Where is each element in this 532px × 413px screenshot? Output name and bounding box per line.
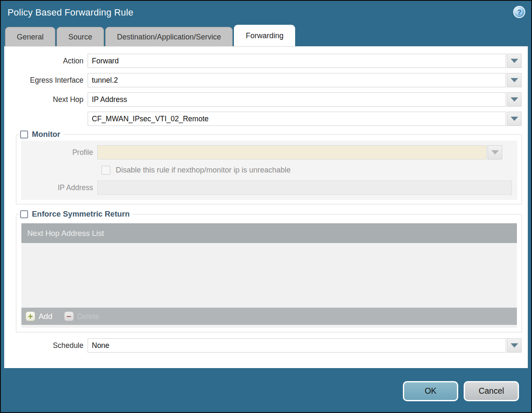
enforce-symmetric-return-legend: Enforce Symmetric Return	[19, 209, 132, 219]
next-hop-address-input[interactable]	[88, 112, 506, 126]
forwarding-tab-panel: Action Egress Interface Next Hop Moni	[4, 46, 528, 368]
next-hop-dropdown-button[interactable]	[507, 92, 522, 107]
monitor-fieldset: Monitor Profile Disable this rule if nex…	[16, 130, 522, 204]
dialog-button-bar: OK Cancel	[1, 370, 531, 412]
egress-interface-input[interactable]	[88, 73, 506, 87]
tab-destination-application-service[interactable]: Destination/Application/Service	[105, 27, 233, 46]
tab-bar: General Source Destination/Application/S…	[1, 24, 531, 46]
next-hop-type-input[interactable]	[88, 92, 506, 107]
delete-button: − Delete	[64, 311, 99, 321]
profile-dropdown-button	[488, 145, 502, 159]
dialog-titlebar: Policy Based Forwarding Rule	[1, 1, 531, 24]
profile-row: Profile	[21, 145, 517, 159]
schedule-row: Schedule	[4, 338, 522, 353]
action-dropdown-button[interactable]	[507, 54, 522, 68]
dialog-title: Policy Based Forwarding Rule	[8, 7, 133, 18]
monitor-panel: Profile Disable this rule if nexthop/mon…	[21, 141, 517, 200]
action-label: Action	[4, 57, 88, 65]
chevron-down-icon	[491, 150, 499, 154]
next-hop-address-dropdown-button[interactable]	[507, 112, 522, 126]
next-hop-row: Next Hop	[4, 92, 522, 107]
schedule-input[interactable]	[88, 338, 506, 353]
egress-interface-label: Egress Interface	[4, 76, 88, 85]
schedule-label: Schedule	[4, 341, 88, 350]
egress-interface-row: Egress Interface	[4, 73, 522, 87]
action-row: Action	[4, 54, 522, 68]
enforce-symmetric-return-legend-label: Enforce Symmetric Return	[32, 209, 130, 219]
help-icon[interactable]: ?	[513, 6, 525, 18]
disable-rule-row: Disable this rule if nexthop/monitor ip …	[101, 166, 517, 175]
add-button[interactable]: + Add	[26, 311, 52, 321]
next-hop-label: Next Hop	[4, 95, 88, 104]
egress-interface-dropdown-button[interactable]	[507, 73, 522, 87]
monitor-ip-address-input	[97, 180, 512, 195]
next-hop-address-list-table: Next Hop Address List + Add − Delete	[21, 223, 517, 328]
next-hop-address-row	[4, 112, 522, 126]
monitor-legend-label: Monitor	[32, 130, 60, 139]
policy-based-forwarding-rule-dialog: Policy Based Forwarding Rule ? General S…	[0, 0, 532, 413]
ok-button[interactable]: OK	[403, 381, 458, 401]
monitor-checkbox[interactable]	[20, 131, 28, 139]
plus-icon: +	[26, 311, 35, 321]
schedule-dropdown-button[interactable]	[507, 338, 522, 353]
disable-rule-checkbox	[101, 166, 110, 175]
table-header-label: Next Hop Address List	[27, 229, 104, 238]
monitor-ip-address-label: IP Address	[21, 183, 97, 192]
add-button-label: Add	[39, 312, 52, 321]
chevron-down-icon	[511, 78, 518, 82]
table-body[interactable]	[21, 243, 517, 308]
chevron-down-icon	[511, 59, 518, 63]
minus-icon: −	[64, 311, 74, 321]
chevron-down-icon	[511, 97, 518, 102]
cancel-button[interactable]: Cancel	[464, 381, 519, 401]
enforce-symmetric-return-fieldset: Enforce Symmetric Return Next Hop Addres…	[16, 209, 522, 332]
chevron-down-icon	[511, 343, 518, 348]
table-header: Next Hop Address List	[21, 223, 517, 243]
disable-rule-label: Disable this rule if nexthop/monitor ip …	[116, 166, 291, 175]
table-footer: + Add − Delete	[21, 308, 517, 325]
tab-general[interactable]: General	[5, 27, 55, 46]
delete-button-label: Delete	[77, 312, 99, 321]
enforce-symmetric-return-checkbox[interactable]	[20, 210, 28, 218]
action-input[interactable]	[88, 54, 506, 68]
table-bottom-strip	[21, 325, 517, 328]
profile-label: Profile	[21, 148, 97, 157]
monitor-legend: Monitor	[19, 130, 63, 139]
svg-text:?: ?	[517, 8, 521, 16]
chevron-down-icon	[511, 117, 518, 121]
tab-source[interactable]: Source	[57, 27, 104, 46]
profile-input	[97, 145, 487, 159]
tab-forwarding[interactable]: Forwarding	[234, 25, 295, 46]
monitor-ip-address-row: IP Address	[21, 180, 517, 195]
